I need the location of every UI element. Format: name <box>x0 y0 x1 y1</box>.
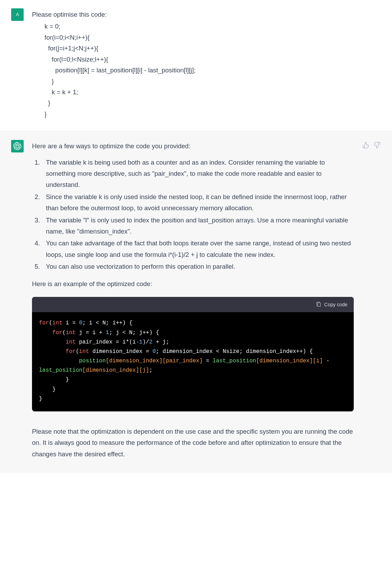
assistant-intro: Here are a few ways to optimize the code… <box>32 141 354 152</box>
user-content: Please optimise this code: k = 0; for(i=… <box>32 8 381 119</box>
user-prompt-intro: Please optimise this code: <box>32 9 381 20</box>
list-item: You can take advantage of the fact that … <box>42 238 354 260</box>
copy-code-label: Copy code <box>324 300 347 309</box>
code-body: for(int i = 0; i < N; i++) { for(int j =… <box>32 312 354 411</box>
user-message: A Please optimise this code: k = 0; for(… <box>0 0 392 131</box>
svg-rect-0 <box>318 303 320 307</box>
closing-note: Please note that the optimization is dep… <box>32 426 354 460</box>
assistant-content: Here are a few ways to optimize the code… <box>32 140 354 461</box>
code-header: Copy code <box>32 297 354 313</box>
thumbs-up-icon <box>362 142 369 149</box>
thumbs-up-button[interactable] <box>362 141 370 149</box>
example-label: Here is an example of the optimized code… <box>32 278 354 290</box>
list-item: You can also use vectorization to perfor… <box>42 261 354 272</box>
user-code-block: k = 0; for(i=0;i<N;i++){ for(j=i+1;j<N;j… <box>32 21 381 119</box>
feedback-actions <box>362 140 381 461</box>
list-item: The variable "l" is only used to index t… <box>42 215 354 237</box>
list-item: Since the variable k is only used inside… <box>42 191 354 214</box>
openai-logo-icon <box>13 142 22 150</box>
code-block: Copy code for(int i = 0; i < N; i++) { f… <box>32 297 354 411</box>
copy-code-button[interactable]: Copy code <box>316 300 347 309</box>
thumbs-down-icon <box>374 142 381 149</box>
assistant-avatar <box>11 140 24 152</box>
list-item: The variable k is being used both as a c… <box>42 157 354 191</box>
thumbs-down-button[interactable] <box>373 141 381 149</box>
assistant-message: Here are a few ways to optimize the code… <box>0 131 392 473</box>
user-avatar: A <box>11 8 24 21</box>
suggestion-list: The variable k is being used both as a c… <box>32 157 354 273</box>
clipboard-icon <box>316 302 321 307</box>
user-avatar-letter: A <box>16 11 19 19</box>
